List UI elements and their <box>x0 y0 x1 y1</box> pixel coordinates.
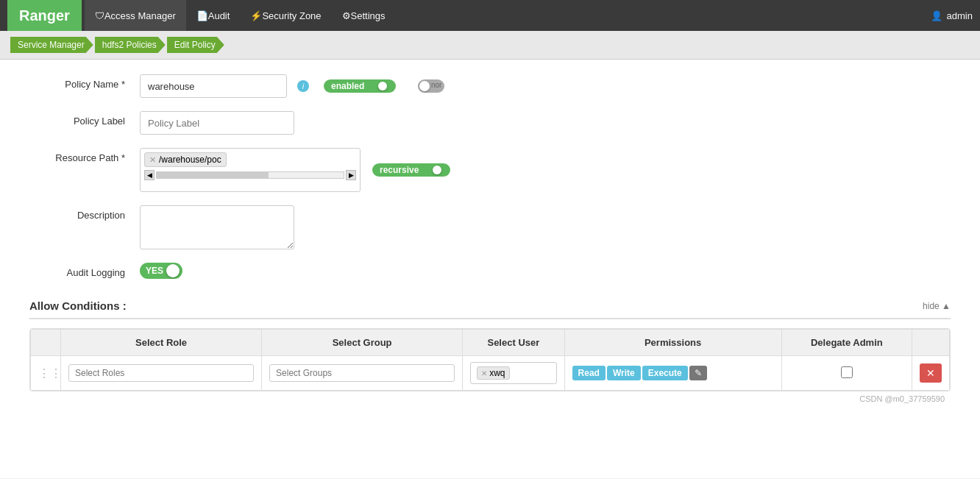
delete-row-btn[interactable]: ✕ <box>920 363 942 383</box>
nav-access-manager[interactable]: 🛡 Access Manager <box>85 0 186 31</box>
table-row: ⋮⋮ ✕ xwq <box>31 356 950 391</box>
info-icon[interactable]: i <box>297 80 309 92</box>
permissions-table: Select Role Select Group Select User Per… <box>30 329 950 391</box>
resource-path-group: Resource Path * ✕ /warehouse/poc ◀ ▶ rec… <box>29 148 951 192</box>
select-roles-input[interactable] <box>68 364 254 382</box>
permissions-buttons: Read Write Execute ✎ <box>572 366 774 380</box>
allow-conditions-header: Allow Conditions : hide ▲ <box>29 292 951 319</box>
policy-label-input[interactable] <box>140 111 294 135</box>
resource-tag: ✕ /warehouse/poc <box>144 152 227 167</box>
permissions-header: Permissions <box>564 330 781 356</box>
breadcrumb-service-manager[interactable]: Service Manager <box>10 37 93 53</box>
recursive-toggle[interactable]: recursive <box>372 163 450 177</box>
nav-audit[interactable]: 📄 Audit <box>186 0 241 31</box>
read-btn[interactable]: Read <box>572 366 606 380</box>
breadcrumb: Service Manager hdfs2 Policies Edit Poli… <box>0 31 980 60</box>
execute-btn[interactable]: Execute <box>642 366 688 380</box>
scroll-track <box>156 171 344 179</box>
normal-label-text: nor <box>431 81 441 89</box>
permissions-table-wrapper: Select Role Select Group Select User Per… <box>29 328 951 391</box>
resource-path-input[interactable]: ✕ /warehouse/poc ◀ ▶ <box>140 148 361 192</box>
description-group: Description <box>29 205 951 249</box>
resource-path-label: Resource Path * <box>29 148 140 163</box>
user-tag: ✕ xwq <box>477 366 509 380</box>
policy-label-group: Policy Label <box>29 111 951 135</box>
select-user-input[interactable]: ✕ xwq <box>470 362 556 384</box>
breadcrumb-edit-policy[interactable]: Edit Policy <box>167 37 224 53</box>
nav-settings[interactable]: ⚙ Settings <box>332 0 396 31</box>
user-icon: 👤 <box>931 10 942 21</box>
delegate-admin-checkbox[interactable] <box>841 366 853 378</box>
audit-logging-toggle[interactable]: YES <box>140 263 182 279</box>
top-navigation: Ranger 🛡 Access Manager 📄 Audit ⚡ Securi… <box>0 0 980 31</box>
breadcrumb-hdfs2-policies[interactable]: hdfs2 Policies <box>95 37 166 53</box>
audit-logging-label: Audit Logging <box>29 263 140 278</box>
scroll-left-btn[interactable]: ◀ <box>144 170 155 180</box>
select-group-header: Select Group <box>262 330 463 356</box>
select-role-header: Select Role <box>61 330 262 356</box>
policy-name-input[interactable] <box>140 74 287 98</box>
perm-edit-btn[interactable]: ✎ <box>689 366 707 380</box>
file-icon: 📄 <box>196 10 208 21</box>
delete-col-header <box>912 330 950 356</box>
select-user-header: Select User <box>463 330 564 356</box>
user-tag-remove[interactable]: ✕ <box>481 369 487 377</box>
user-tag-value: xwq <box>489 368 505 378</box>
gear-icon: ⚙ <box>342 10 351 21</box>
description-input[interactable] <box>140 205 294 249</box>
lightning-icon: ⚡ <box>250 10 262 21</box>
hide-link[interactable]: hide ▲ <box>923 301 951 311</box>
nav-security-zone[interactable]: ⚡ Security Zone <box>240 0 331 31</box>
brand-logo: Ranger <box>7 0 82 31</box>
policy-label-label: Policy Label <box>29 111 140 127</box>
user-menu[interactable]: 👤 admin <box>931 10 973 21</box>
drag-handle[interactable]: ⋮⋮ <box>38 366 53 380</box>
policy-name-label: Policy Name * <box>29 74 140 90</box>
resource-path-value: /warehouse/poc <box>159 155 221 165</box>
scroll-right-btn[interactable]: ▶ <box>346 170 356 180</box>
allow-conditions-title: Allow Conditions : <box>29 299 127 312</box>
scrollbar: ◀ ▶ <box>144 170 356 180</box>
main-content: Policy Name * i enabled nor Policy Label <box>0 60 980 478</box>
policy-name-group: Policy Name * i enabled nor <box>29 74 951 98</box>
yes-toggle-text: YES <box>146 266 163 276</box>
remove-tag-btn[interactable]: ✕ <box>149 155 156 165</box>
select-groups-input[interactable] <box>269 364 455 382</box>
audit-logging-group: Audit Logging YES <box>29 263 951 279</box>
enabled-toggle[interactable]: enabled <box>324 79 396 93</box>
watermark: CSDN @m0_37759590 <box>29 391 951 406</box>
drag-col-header <box>31 330 61 356</box>
write-btn[interactable]: Write <box>607 366 641 380</box>
description-label: Description <box>29 205 140 221</box>
delegate-admin-header: Delegate Admin <box>781 330 912 356</box>
shield-icon: 🛡 <box>95 10 104 21</box>
yes-toggle-thumb <box>166 264 180 277</box>
